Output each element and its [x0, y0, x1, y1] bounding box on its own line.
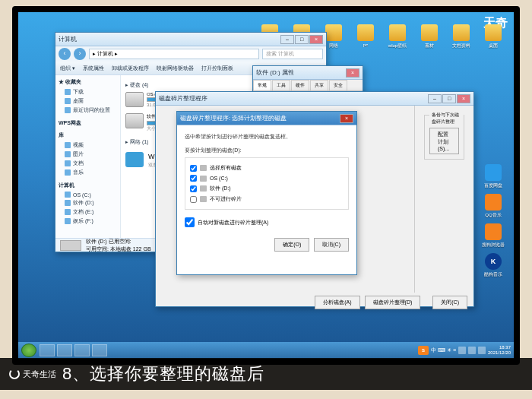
maximize-button[interactable]: □: [295, 35, 309, 44]
auto-defrag-checkbox[interactable]: 自动对新磁盘进行碎片整理(A): [185, 217, 349, 227]
nav-item[interactable]: 文档: [59, 159, 117, 168]
configure-schedule-button[interactable]: 配置计划(S)...: [429, 128, 459, 154]
nav-icon: [65, 107, 71, 113]
minimize-button[interactable]: –: [280, 35, 294, 44]
toolbar-item[interactable]: 打开控制面板: [201, 65, 233, 72]
nav-item[interactable]: 下载: [59, 87, 117, 97]
toolbar-item[interactable]: 组织 ▾: [60, 65, 75, 72]
tab-共享[interactable]: 共享: [310, 80, 328, 90]
props-titlebar[interactable]: 软件 (D:) 属性 ×: [253, 66, 363, 80]
defrag-titlebar[interactable]: 磁盘碎片整理程序 – □ ×: [156, 92, 473, 106]
tray-icon[interactable]: [468, 347, 476, 354]
desktop-icon[interactable]: pc: [351, 24, 380, 49]
icon-label: QQ音乐: [479, 212, 508, 219]
app-icon: K: [485, 253, 502, 270]
desktop-icon[interactable]: 桌面: [479, 24, 508, 49]
checkbox-input[interactable]: [185, 217, 195, 227]
defrag-button[interactable]: 磁盘碎片整理(D): [365, 296, 421, 309]
checkbox-input[interactable]: [190, 185, 197, 192]
monitor-bezel: 天奇 计算机回收站网络pcwlop壁纸素材文档资料桌面 腾讯QQ百度网盘微信QQ…: [12, 6, 520, 365]
tab-常规[interactable]: 常规: [253, 80, 271, 90]
desktop-icon[interactable]: 素材: [415, 24, 444, 49]
clock[interactable]: 18:37 2021/12/20: [488, 345, 511, 355]
folder-icon: [325, 24, 342, 41]
close-button[interactable]: ×: [346, 68, 359, 78]
minimize-button[interactable]: –: [428, 94, 442, 103]
desktop-icon[interactable]: wlop壁纸: [383, 24, 412, 49]
schedule-label: 备份与下次磁盘碎片整理: [429, 112, 464, 125]
explorer-titlebar[interactable]: 计算机 – □ ×: [55, 33, 326, 46]
nav-item[interactable]: 桌面: [59, 97, 117, 106]
tray-icon[interactable]: [478, 347, 486, 354]
nav-header[interactable]: WPS网盘: [59, 119, 117, 127]
close-button[interactable]: 关闭(C): [432, 296, 467, 309]
tray-icon[interactable]: [458, 347, 466, 354]
cancel-button[interactable]: 取消(C): [314, 238, 349, 252]
toolbar-item[interactable]: 系统属性: [83, 65, 104, 72]
taskbar-icon[interactable]: [92, 344, 107, 356]
nav-header[interactable]: 库: [59, 131, 117, 139]
close-button[interactable]: ×: [457, 94, 470, 103]
desktop-icon[interactable]: QQ音乐: [479, 194, 508, 219]
nav-header[interactable]: 计算机: [59, 182, 117, 189]
clock-time: 18:37: [488, 345, 511, 350]
taskbar-icon[interactable]: [74, 344, 90, 356]
nav-item[interactable]: 图片: [59, 150, 117, 159]
nav-icon: [65, 98, 71, 104]
desktop-icon[interactable]: K酷狗音乐: [479, 253, 508, 278]
toolbar-item[interactable]: 映射网络驱动器: [157, 65, 194, 72]
disk-checkbox[interactable]: 不可进行碎片: [190, 194, 344, 204]
address-input[interactable]: ▸ 计算机 ▸: [89, 49, 259, 59]
folder-icon: [453, 24, 470, 41]
nav-icon: [65, 142, 71, 148]
close-button[interactable]: ×: [340, 114, 353, 123]
nav-pane: ★ 收藏夹下载桌面最近访问的位置WPS网盘库视频图片文档音乐计算机OS (C:)…: [55, 75, 121, 238]
checkbox-input[interactable]: [190, 175, 197, 182]
brand-text: 天奇生活: [23, 369, 56, 380]
tab-硬件[interactable]: 硬件: [291, 80, 309, 90]
analyze-button[interactable]: 分析磁盘(A): [315, 296, 359, 309]
nav-item[interactable]: OS (C:): [59, 191, 117, 198]
desktop-icon[interactable]: 文档资料: [447, 24, 476, 49]
dialog-titlebar[interactable]: 磁盘碎片整理程序: 选择计划整理的磁盘 ×: [177, 112, 356, 125]
back-button[interactable]: ‹: [59, 48, 71, 60]
forward-button[interactable]: ›: [74, 48, 86, 60]
desktop-icon[interactable]: 搜狗浏览器: [479, 223, 508, 249]
drive-icon: [60, 240, 81, 251]
nav-header[interactable]: ★ 收藏夹: [59, 78, 117, 86]
start-button[interactable]: [21, 344, 36, 357]
tab-安全[interactable]: 安全: [329, 80, 347, 90]
nav-icon: [65, 169, 71, 176]
sogou-icon[interactable]: S: [418, 346, 429, 355]
taskbar: S 中 ⌨ ☀ ≡ 18:37 2021/12/20: [18, 342, 514, 359]
maximize-button[interactable]: □: [442, 94, 456, 103]
checkbox-input[interactable]: [190, 165, 197, 172]
disk-checkbox[interactable]: OS (C:): [190, 173, 344, 183]
checkbox-input[interactable]: [190, 196, 197, 203]
app-icon: [485, 164, 502, 181]
icon-label: 酷狗音乐: [479, 271, 508, 278]
nav-item[interactable]: 视频: [59, 141, 117, 150]
nav-item[interactable]: 最近访问的位置: [59, 106, 117, 115]
close-button[interactable]: ×: [309, 35, 323, 44]
icon-label: wlop壁纸: [383, 43, 412, 49]
disk-checkbox[interactable]: 选择所有磁盘: [190, 163, 344, 173]
disk-checkbox[interactable]: 软件 (D:): [190, 183, 344, 194]
disk-label: OS (C:): [210, 176, 228, 181]
nav-item[interactable]: 音乐: [59, 168, 117, 177]
dialog-title: 磁盘碎片整理程序: 选择计划整理的磁盘: [180, 114, 340, 122]
tab-工具[interactable]: 工具: [272, 80, 290, 90]
taskbar-icon[interactable]: [40, 344, 55, 356]
brand-logo: 天奇生活: [9, 369, 56, 380]
search-input[interactable]: 搜索 计算机: [262, 49, 323, 59]
toolbar-item[interactable]: 卸载或更改程序: [112, 65, 149, 72]
nav-item[interactable]: 软件 (D:): [59, 198, 117, 207]
nav-icon: [65, 89, 71, 95]
desktop-icon[interactable]: 百度网盘: [479, 164, 508, 189]
taskbar-icon[interactable]: [57, 344, 72, 356]
icon-label: 百度网盘: [479, 182, 508, 189]
nav-item[interactable]: 娱乐 (F:): [59, 217, 117, 226]
icon-label: 搜狗浏览器: [479, 242, 508, 249]
nav-item[interactable]: 文档 (E:): [59, 207, 117, 217]
ok-button[interactable]: 确定(O): [274, 238, 309, 252]
